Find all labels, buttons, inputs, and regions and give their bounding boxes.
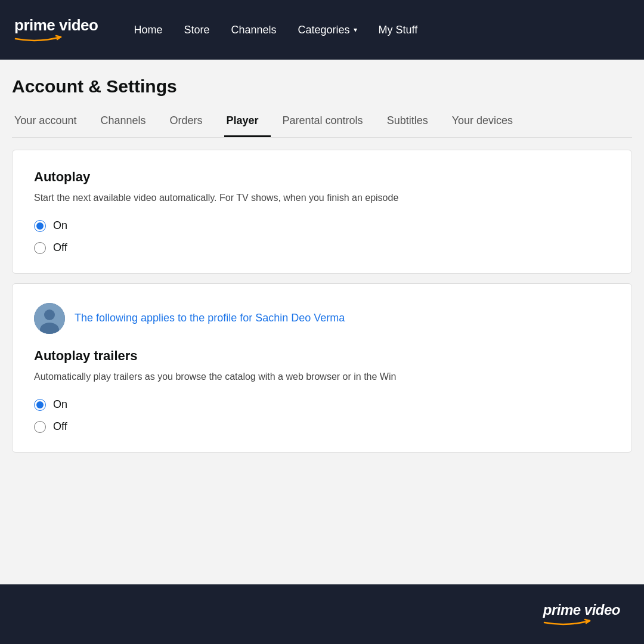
autoplay-title: Autoplay [34,169,610,185]
tab-parental-controls[interactable]: Parental controls [280,109,375,137]
footer: prime video [0,584,644,644]
footer-logo-text: prime video [543,602,620,618]
tab-channels[interactable]: Channels [98,109,157,137]
profile-notice-text: The following applies to the profile for… [75,311,345,326]
autoplay-trailers-description: Automatically play trailers as you brows… [34,370,610,384]
nav-channels[interactable]: Channels [231,24,276,36]
logo-text: prime video [14,17,98,34]
trailers-on-label: On [53,398,67,411]
tab-your-account[interactable]: Your account [12,109,88,137]
footer-logo-arrow-icon [543,618,591,627]
trailers-off-radio[interactable] [34,421,46,433]
autoplay-off-radio[interactable] [34,242,46,254]
trailers-on-option[interactable]: On [34,398,610,411]
footer-logo[interactable]: prime video [543,602,620,627]
autoplay-off-label: Off [53,242,67,254]
main-nav: Home Store Channels Categories ▾ My Stuf… [134,24,417,36]
tab-player[interactable]: Player [224,109,271,137]
tab-orders[interactable]: Orders [167,109,214,137]
autoplay-off-option[interactable]: Off [34,242,610,254]
header: prime video Home Store Channels Categori… [0,0,644,60]
autoplay-trailers-title: Autoplay trailers [34,348,610,364]
autoplay-on-option[interactable]: On [34,219,610,232]
main-content: Account & Settings Your account Channels… [0,60,644,453]
autoplay-on-radio[interactable] [34,220,46,232]
nav-store[interactable]: Store [184,24,209,36]
trailers-off-label: Off [53,420,67,433]
profile-notice: The following applies to the profile for… [34,303,610,334]
trailers-on-radio[interactable] [34,399,46,411]
tab-your-devices[interactable]: Your devices [450,109,525,137]
page-title: Account & Settings [12,76,632,97]
nav-categories[interactable]: Categories ▾ [298,24,357,36]
avatar-icon [34,303,65,334]
tabs-container: Your account Channels Orders Player Pare… [12,109,632,138]
autoplay-card: Autoplay Start the next available video … [12,150,632,274]
autoplay-trailers-card: The following applies to the profile for… [12,283,632,453]
trailers-off-option[interactable]: Off [34,420,610,433]
autoplay-description: Start the next available video automatic… [34,191,610,205]
prime-video-logo[interactable]: prime video [14,17,98,44]
nav-my-stuff[interactable]: My Stuff [379,24,418,36]
nav-home[interactable]: Home [134,24,162,36]
autoplay-trailers-radio-group: On Off [34,398,610,433]
autoplay-on-label: On [53,219,67,232]
categories-dropdown-icon: ▾ [354,26,357,34]
logo-arrow-icon [14,35,62,43]
avatar [34,303,65,334]
autoplay-radio-group: On Off [34,219,610,254]
tab-subtitles[interactable]: Subtitles [385,109,440,137]
svg-point-1 [44,309,55,320]
